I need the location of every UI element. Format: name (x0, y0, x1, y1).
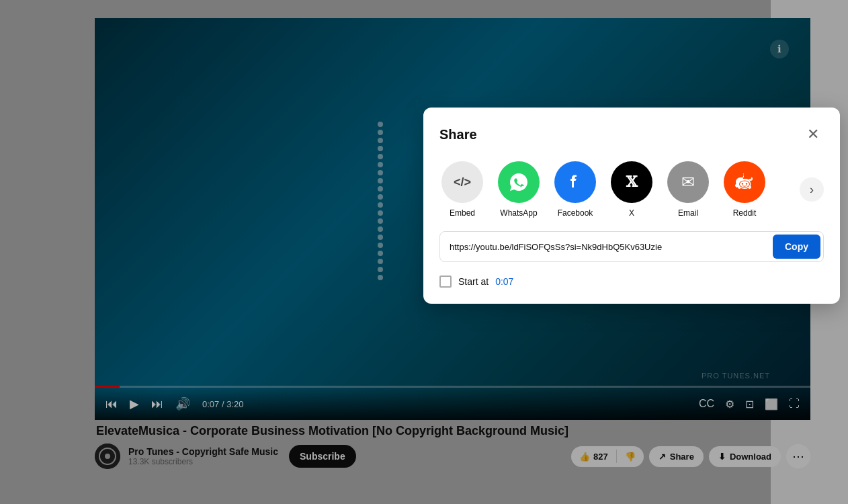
share-email-item[interactable]: ✉ Email (665, 161, 711, 218)
svg-point-9 (742, 183, 743, 184)
whatsapp-label: WhatsApp (500, 208, 537, 218)
share-reddit-item[interactable]: Reddit (722, 161, 767, 218)
svg-point-6 (744, 174, 746, 176)
share-x-item[interactable]: 𝕏 X (609, 161, 654, 218)
email-icon: ✉ (667, 161, 709, 203)
start-at-time[interactable]: 0:07 (495, 276, 513, 287)
reddit-icon (724, 161, 765, 203)
x-label: X (629, 208, 634, 218)
share-facebook-item[interactable]: Facebook (552, 161, 598, 218)
embed-label: Embed (450, 208, 475, 218)
start-at-row: Start at 0:07 (439, 276, 824, 288)
facebook-icon (554, 161, 596, 203)
share-icons-row: </> Embed WhatsApp Facebook 𝕏 X (439, 161, 824, 218)
copy-button[interactable]: Copy (773, 235, 820, 259)
modal-title: Share (439, 127, 477, 142)
url-row: https://youtu.be/ldFiSOFQsSs?si=Nk9dHbQ5… (439, 231, 824, 262)
start-at-checkbox[interactable] (439, 276, 452, 288)
share-embed-item[interactable]: </> Embed (439, 161, 485, 218)
email-label: Email (678, 208, 698, 218)
facebook-label: Facebook (558, 208, 593, 218)
whatsapp-icon (498, 161, 540, 203)
reddit-label: Reddit (733, 208, 757, 218)
start-at-label: Start at (458, 276, 489, 287)
share-next-button[interactable]: › (800, 177, 824, 202)
embed-icon: </> (441, 161, 483, 203)
svg-point-10 (746, 183, 747, 184)
share-modal: Share ✕ </> Embed WhatsApp Facebook (423, 108, 840, 304)
modal-header: Share ✕ (439, 124, 824, 145)
share-whatsapp-item[interactable]: WhatsApp (496, 161, 542, 218)
share-url: https://youtu.be/ldFiSOFQsSs?si=Nk9dHbQ5… (450, 242, 767, 252)
x-icon: 𝕏 (611, 161, 652, 203)
modal-close-button[interactable]: ✕ (802, 124, 824, 145)
